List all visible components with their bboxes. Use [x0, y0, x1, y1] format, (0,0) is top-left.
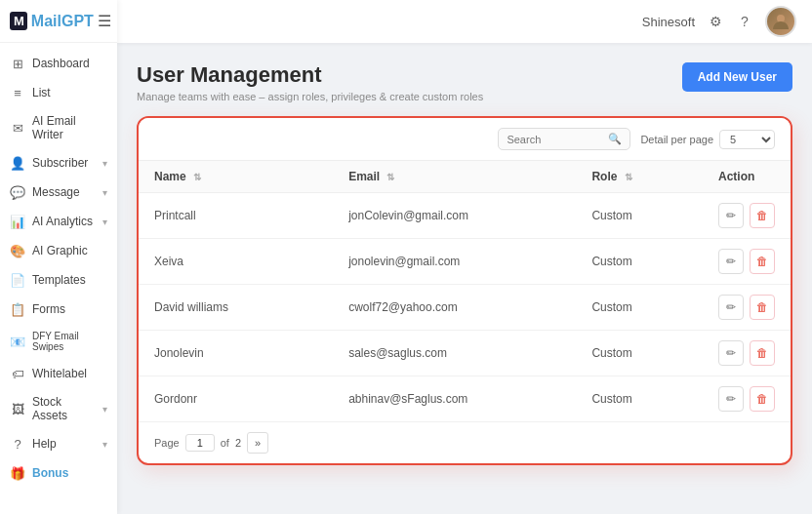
sidebar-item-bonus[interactable]: 🎁 Bonus: [0, 458, 117, 488]
table-row: Jonolevin sales@saglus.com Custom ✏ 🗑: [139, 331, 791, 376]
pagination-next-button[interactable]: »: [247, 432, 268, 454]
cell-role: Custom: [576, 239, 703, 285]
sidebar-item-ai-analytics[interactable]: 📊 AI Analytics ▾: [0, 207, 117, 236]
settings-icon[interactable]: ⚙: [707, 13, 724, 30]
page-input[interactable]: [185, 434, 215, 452]
sidebar-item-ai-email-writer[interactable]: ✉ AI Email Writer: [0, 107, 117, 148]
cell-name: Xeiva: [139, 239, 333, 285]
chevron-icon: ▾: [102, 439, 107, 450]
cell-name: Jonolevin: [139, 331, 333, 376]
search-input[interactable]: [507, 134, 604, 145]
sidebar-item-help[interactable]: ? Help ▾: [0, 429, 117, 458]
cell-role: Custom: [576, 331, 703, 376]
cell-email: abhinav@sFaglus.com: [333, 376, 576, 422]
sidebar-item-label: List: [32, 86, 51, 99]
detail-per-page: Detail per page 5 10 25 50: [640, 130, 775, 149]
add-user-button[interactable]: Add New User: [682, 62, 792, 92]
page-title: User Management: [137, 62, 483, 88]
pagination-total-pages: 2: [235, 437, 241, 449]
sidebar-item-label: DFY Email Swipes: [32, 331, 107, 352]
sidebar-item-message[interactable]: 💬 Message ▾: [0, 178, 117, 207]
sidebar-item-label: Help: [32, 437, 57, 451]
search-icon: 🔍: [608, 133, 622, 145]
sidebar-item-dashboard[interactable]: ⊞ Dashboard: [0, 49, 117, 78]
sidebar-item-label: AI Analytics: [32, 215, 93, 228]
sidebar-item-label: Forms: [32, 302, 65, 316]
cell-role: Custom: [576, 285, 703, 331]
edit-button[interactable]: ✏: [718, 340, 744, 366]
sidebar-item-label: Templates: [32, 273, 86, 287]
avatar[interactable]: [765, 6, 796, 37]
delete-button[interactable]: 🗑: [750, 295, 775, 320]
cell-action: ✏ 🗑: [703, 285, 791, 331]
chevron-icon: ▾: [102, 158, 107, 169]
ai-analytics-icon: 📊: [10, 214, 25, 229]
sidebar-item-label: Message: [32, 185, 80, 199]
table-row: Xeiva jonolevin@gmail.com Custom ✏ 🗑: [139, 239, 791, 285]
sidebar-item-stock-assets[interactable]: 🖼 Stock Assets ▾: [0, 388, 117, 429]
pagination: Page of 2 »: [139, 421, 791, 463]
pagination-nav: »: [247, 432, 268, 454]
delete-button[interactable]: 🗑: [750, 203, 775, 228]
top-header: Shinesoft ⚙ ?: [117, 0, 812, 43]
table-row: Printcall jonColevin@gmail.com Custom ✏ …: [139, 193, 791, 239]
sort-icon-email: ⇅: [386, 172, 394, 182]
page-subtitle: Manage teams with ease – assign roles, p…: [137, 91, 483, 102]
sidebar-item-label: Dashboard: [32, 57, 90, 70]
cell-action: ✏ 🗑: [703, 331, 791, 376]
stock-assets-icon: 🖼: [10, 401, 25, 416]
chevron-icon: ▾: [102, 404, 107, 415]
col-header-action: Action: [703, 161, 791, 193]
cell-action: ✏ 🗑: [703, 193, 791, 239]
sidebar-nav: ⊞ Dashboard ≡ List ✉ AI Email Writer 👤 S…: [0, 43, 117, 514]
per-page-select[interactable]: 5 10 25 50: [719, 130, 775, 149]
chevron-icon: ▾: [102, 187, 107, 198]
sidebar-item-label: Subscriber: [32, 156, 88, 170]
dashboard-icon: ⊞: [10, 56, 25, 71]
sidebar-item-forms[interactable]: 📋 Forms: [0, 295, 117, 324]
message-icon: 💬: [10, 184, 25, 200]
delete-button[interactable]: 🗑: [750, 249, 775, 274]
edit-button[interactable]: ✏: [718, 386, 744, 412]
sidebar-item-templates[interactable]: 📄 Templates: [0, 265, 117, 295]
delete-button[interactable]: 🗑: [750, 386, 775, 412]
sidebar-item-subscriber[interactable]: 👤 Subscriber ▾: [0, 148, 117, 178]
cell-email: jonolevin@gmail.com: [333, 239, 576, 285]
sidebar-item-dfy-email-swipes[interactable]: 📧 DFY Email Swipes: [0, 324, 117, 359]
page-header-text: User Management Manage teams with ease –…: [137, 62, 483, 102]
whitelabel-icon: 🏷: [10, 366, 25, 381]
edit-button[interactable]: ✏: [718, 295, 744, 320]
chevron-icon: ▾: [102, 217, 107, 227]
edit-button[interactable]: ✏: [718, 203, 744, 228]
table-toolbar: 🔍 Detail per page 5 10 25 50: [139, 118, 791, 160]
cell-name: Printcall: [139, 193, 333, 239]
cell-email: cwolf72@yahoo.com: [333, 285, 576, 331]
detail-per-page-label: Detail per page: [640, 134, 713, 145]
sidebar-item-label: AI Email Writer: [32, 114, 107, 141]
sidebar-item-ai-graphic[interactable]: 🎨 AI Graphic: [0, 236, 117, 265]
table-row: David williams cwolf72@yahoo.com Custom …: [139, 285, 791, 331]
sidebar-item-label: Whitelabel: [32, 367, 87, 380]
username-label: Shinesoft: [642, 15, 695, 29]
sidebar-item-whitelabel[interactable]: 🏷 Whitelabel: [0, 359, 117, 388]
cell-role: Custom: [576, 193, 703, 239]
table-row: Gordonr abhinav@sFaglus.com Custom ✏ 🗑: [139, 376, 791, 422]
edit-button[interactable]: ✏: [718, 249, 744, 274]
svg-point-0: [777, 15, 785, 22]
sidebar-item-list[interactable]: ≡ List: [0, 78, 117, 107]
cell-name: David williams: [139, 285, 333, 331]
bonus-icon: 🎁: [10, 465, 25, 481]
page-header: User Management Manage teams with ease –…: [137, 62, 792, 102]
pagination-page-label: Page: [154, 437, 180, 449]
cell-email: sales@saglus.com: [333, 331, 576, 376]
sidebar-item-label: AI Graphic: [32, 244, 88, 257]
help-icon[interactable]: ?: [736, 13, 753, 30]
subscriber-icon: 👤: [10, 155, 25, 171]
cell-email: jonColevin@gmail.com: [333, 193, 576, 239]
sidebar-item-label: Stock Assets: [32, 395, 96, 422]
hamburger-icon[interactable]: ☰: [98, 12, 111, 30]
table-container: 🔍 Detail per page 5 10 25 50: [137, 116, 792, 465]
delete-button[interactable]: 🗑: [750, 340, 775, 366]
ai-email-writer-icon: ✉: [10, 120, 25, 136]
logo-text: MailGPT: [31, 13, 94, 30]
